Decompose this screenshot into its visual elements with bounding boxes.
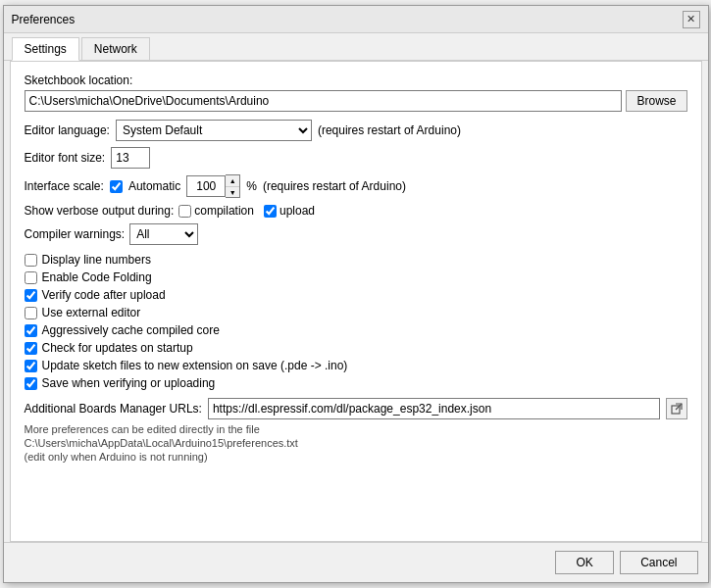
checkbox-row-3: Use external editor xyxy=(25,306,687,319)
enable-code-folding-label[interactable]: Enable Code Folding xyxy=(42,270,152,284)
edit-note: (edit only when Arduino is not running) xyxy=(25,451,687,463)
file-path: C:\Users\micha\AppData\Local\Arduino15\p… xyxy=(25,437,687,449)
show-verbose-label: Show verbose output during: xyxy=(25,204,175,218)
checkbox-row-4: Aggressively cache compiled core xyxy=(25,323,687,337)
check-updates-checkbox[interactable] xyxy=(25,342,37,355)
close-button[interactable]: ✕ xyxy=(683,11,700,28)
language-restart-note: (requires restart of Arduino) xyxy=(318,123,461,137)
boards-manager-icon-button[interactable] xyxy=(666,398,687,419)
spin-buttons: ▲ ▼ xyxy=(226,174,240,198)
scale-value-input[interactable] xyxy=(186,175,226,197)
show-verbose-row: Show verbose output during: compilation … xyxy=(25,204,687,218)
verify-code-label[interactable]: Verify code after upload xyxy=(42,288,166,302)
spin-up-button[interactable]: ▲ xyxy=(226,175,239,186)
save-verifying-label[interactable]: Save when verifying or uploading xyxy=(42,376,216,390)
compiler-warnings-row: Compiler warnings: All xyxy=(25,223,687,245)
editor-language-row: Editor language: System Default (require… xyxy=(25,120,687,141)
sketchbook-label: Sketchbook location: xyxy=(25,74,687,87)
verbose-checkboxes: compilation upload xyxy=(178,204,315,218)
editor-font-input[interactable] xyxy=(111,147,150,169)
verify-code-checkbox[interactable] xyxy=(25,289,37,302)
upload-checkbox[interactable] xyxy=(264,205,277,218)
tabs-container: Settings Network xyxy=(4,33,708,61)
use-external-editor-label[interactable]: Use external editor xyxy=(42,306,141,319)
save-verifying-checkbox[interactable] xyxy=(25,377,37,390)
dialog-title: Preferences xyxy=(12,13,76,26)
editor-font-label: Editor font size: xyxy=(25,151,106,165)
checkbox-row-2: Verify code after upload xyxy=(25,288,687,302)
tab-settings[interactable]: Settings xyxy=(12,37,79,61)
compilation-checkbox[interactable] xyxy=(178,205,191,218)
additional-boards-label: Additional Boards Manager URLs: xyxy=(25,402,202,416)
additional-boards-input[interactable] xyxy=(208,398,660,419)
auto-scale-checkbox[interactable] xyxy=(110,180,123,193)
spin-down-button[interactable]: ▼ xyxy=(226,186,239,197)
svg-line-1 xyxy=(676,404,682,410)
additional-boards-row: Additional Boards Manager URLs: xyxy=(25,398,687,419)
enable-code-folding-checkbox[interactable] xyxy=(25,271,37,284)
display-line-numbers-checkbox[interactable] xyxy=(25,254,37,267)
checkbox-row-0: Display line numbers xyxy=(25,253,687,267)
check-updates-label[interactable]: Check for updates on startup xyxy=(42,341,193,355)
editor-language-select[interactable]: System Default xyxy=(116,120,312,141)
sketchbook-input[interactable] xyxy=(25,90,623,112)
compiler-warnings-select[interactable]: All xyxy=(129,223,198,245)
notes-section: More preferences can be edited directly … xyxy=(25,423,687,463)
editor-language-label: Editor language: xyxy=(25,123,110,137)
checkboxes-section: Display line numbers Enable Code Folding… xyxy=(25,253,687,390)
interface-scale-row: Interface scale: Automatic ▲ ▼ % (requir… xyxy=(25,174,687,198)
compilation-verbose-item: compilation xyxy=(178,204,254,218)
update-sketch-checkbox[interactable] xyxy=(25,360,37,372)
browse-button[interactable]: Browse xyxy=(626,90,686,112)
auto-scale-label[interactable]: Automatic xyxy=(128,179,180,193)
checkbox-row-5: Check for updates on startup xyxy=(25,341,687,355)
scale-spinner: ▲ ▼ xyxy=(186,174,240,198)
checkbox-row-6: Update sketch files to new extension on … xyxy=(25,359,687,372)
scale-restart-note: (requires restart of Arduino) xyxy=(263,179,406,193)
cancel-button[interactable]: Cancel xyxy=(620,551,697,574)
checkbox-row-7: Save when verifying or uploading xyxy=(25,376,687,390)
footer: OK Cancel xyxy=(4,542,708,582)
sketchbook-location-section: Sketchbook location: Browse xyxy=(25,74,687,112)
external-link-icon xyxy=(671,403,683,415)
title-bar: Preferences ✕ xyxy=(4,6,708,33)
update-sketch-label[interactable]: Update sketch files to new extension on … xyxy=(42,359,348,372)
aggressive-cache-checkbox[interactable] xyxy=(25,324,37,337)
upload-verbose-item: upload xyxy=(264,204,315,218)
aggressive-cache-label[interactable]: Aggressively cache compiled core xyxy=(42,323,220,337)
use-external-editor-checkbox[interactable] xyxy=(25,307,37,319)
settings-content: Sketchbook location: Browse Editor langu… xyxy=(10,61,702,542)
tab-network[interactable]: Network xyxy=(81,37,150,60)
ok-button[interactable]: OK xyxy=(555,551,614,574)
interface-scale-label: Interface scale: xyxy=(25,179,104,193)
percent-label: % xyxy=(246,179,257,193)
checkbox-row-1: Enable Code Folding xyxy=(25,270,687,284)
compiler-warnings-label: Compiler warnings: xyxy=(25,227,126,241)
upload-label[interactable]: upload xyxy=(279,204,315,218)
note-text: More preferences can be edited directly … xyxy=(25,423,687,435)
display-line-numbers-label[interactable]: Display line numbers xyxy=(42,253,151,267)
preferences-dialog: Preferences ✕ Settings Network Sketchboo… xyxy=(3,5,709,583)
compilation-label[interactable]: compilation xyxy=(194,204,254,218)
editor-font-row: Editor font size: xyxy=(25,147,687,169)
